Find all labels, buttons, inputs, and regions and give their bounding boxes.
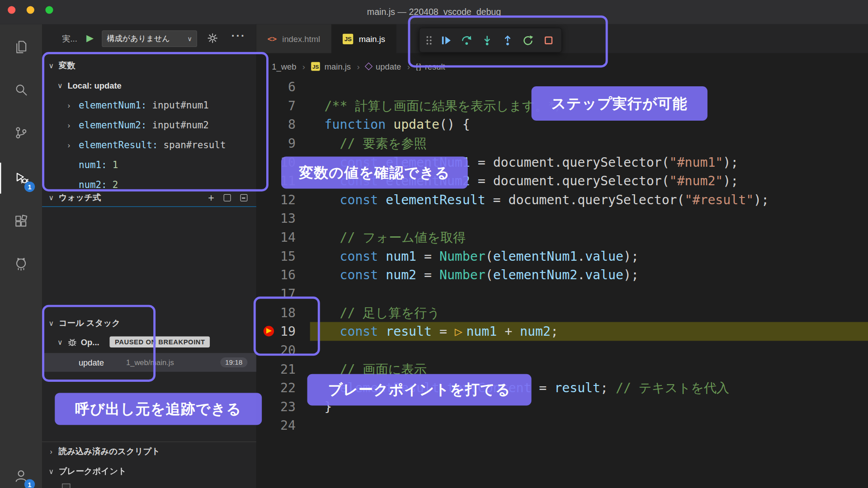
breadcrumb-item[interactable]: JSmain.js <box>311 62 351 71</box>
variable-row[interactable]: ›elementNum1:input#num1 <box>42 95 256 115</box>
code-line-content[interactable]: const num2 = Number(elementNum2.value); <box>310 266 868 285</box>
remove-all-watch-icon[interactable] <box>240 194 247 202</box>
breadcrumb-item[interactable]: update <box>366 62 401 71</box>
stack-frame-row[interactable]: update 1_web/main.js 19:18 <box>42 353 256 372</box>
line-number[interactable]: 21 <box>256 362 310 376</box>
code-line-content[interactable] <box>310 416 868 435</box>
call-stack-header[interactable]: ∨ コール スタック <box>42 314 256 332</box>
add-watch-expression-button[interactable]: + <box>208 192 214 204</box>
variable-row[interactable]: ›elementNum2:input#num2 <box>42 115 256 135</box>
breadcrumb-separator: › <box>302 62 305 71</box>
continue-button[interactable] <box>436 30 456 50</box>
step-into-button[interactable] <box>476 30 497 50</box>
code-line[interactable]: 16 const num2 = Number(elementNum2.value… <box>256 266 868 285</box>
variable-row[interactable]: ›elementResult:span#result <box>42 135 256 155</box>
line-number[interactable]: 6 <box>256 80 310 94</box>
activity-extensions-button[interactable] <box>0 206 42 237</box>
code-line-content[interactable] <box>310 284 868 303</box>
activity-source-control-button[interactable] <box>0 117 42 149</box>
code-line[interactable]: 20 <box>256 341 868 360</box>
code-line-content[interactable]: const elementResult = document.querySele… <box>310 190 868 209</box>
line-number[interactable]: 18 <box>256 305 310 320</box>
code-line-content[interactable] <box>310 341 868 360</box>
code-line-content[interactable]: // 足し算を行う <box>310 303 868 322</box>
html-file-icon: <> <box>267 34 277 43</box>
step-into-icon <box>481 35 492 46</box>
breakpoint-checkbox[interactable] <box>62 483 70 488</box>
code-line-content[interactable]: const result = ▷num1 + num2; <box>310 322 868 341</box>
breakpoints-header[interactable]: ∨ ブレークポイント <box>42 461 256 481</box>
code-line[interactable]: 13 <box>256 209 868 228</box>
code-line-content[interactable]: // 要素を参照 <box>310 134 868 153</box>
tab-main-js[interactable]: JS main.js <box>332 24 396 53</box>
line-number[interactable]: 8 <box>256 117 310 132</box>
line-number[interactable]: 15 <box>256 249 310 263</box>
breadcrumb-item[interactable]: [ ]result <box>416 62 445 71</box>
annotation-step-label: ステップ実行が可能 <box>532 86 708 121</box>
debug-session-row[interactable]: ∨ Op... PAUSED ON BREAKPOINT <box>42 333 256 351</box>
files-icon <box>14 40 28 54</box>
line-number[interactable]: 16 <box>256 268 310 282</box>
debug-config-dropdown[interactable]: 構成がありません ∨ <box>102 30 197 47</box>
line-number[interactable]: 17 <box>256 286 310 301</box>
code-line-content[interactable]: const num1 = Number(elementNum1.value); <box>310 247 868 266</box>
zoom-window-button[interactable] <box>45 6 53 14</box>
traffic-lights <box>8 6 53 14</box>
minimize-window-button[interactable] <box>27 6 34 14</box>
variable-row[interactable]: num1:1 <box>42 155 256 175</box>
collapse-all-icon[interactable] <box>224 194 231 202</box>
more-actions-button[interactable]: ··· <box>231 29 246 42</box>
close-window-button[interactable] <box>8 6 15 14</box>
start-debug-button[interactable]: ▶ <box>86 32 94 44</box>
line-number[interactable]: 12 <box>256 192 310 207</box>
scope-label: Local: update <box>67 80 121 90</box>
scope-row[interactable]: ∨ Local: update <box>42 75 256 95</box>
toolbar-drag-handle[interactable] <box>422 30 435 50</box>
code-line[interactable]: 14 // フォーム値を取得 <box>256 228 868 247</box>
extensions-icon <box>14 214 28 229</box>
variable-name: num2: <box>79 179 107 189</box>
tab-label: main.js <box>359 34 385 43</box>
line-number[interactable]: 14 <box>256 230 310 244</box>
line-number[interactable]: 7 <box>256 99 310 113</box>
code-line[interactable]: 24 <box>256 416 868 435</box>
breakpoint-paused-icon[interactable] <box>263 326 275 337</box>
restart-button[interactable] <box>518 30 538 50</box>
variables-header[interactable]: ∨ 変数 <box>42 56 256 74</box>
tab-index-html[interactable]: <> index.html <box>256 24 332 53</box>
loaded-scripts-header[interactable]: › 読み込み済みのスクリプト <box>42 441 256 461</box>
code-line[interactable]: 12 const elementResult = document.queryS… <box>256 190 868 209</box>
code-line[interactable]: 17 <box>256 284 868 303</box>
code-line[interactable]: 9 // 要素を参照 <box>256 134 868 153</box>
line-number[interactable]: 22 <box>256 380 310 395</box>
activity-run-debug-button[interactable]: 1 <box>0 163 42 194</box>
step-over-button[interactable] <box>456 30 476 50</box>
account-button[interactable]: 1 <box>0 460 42 488</box>
account-badge: 1 <box>24 479 35 488</box>
line-number[interactable]: 20 <box>256 343 310 357</box>
code-line-content[interactable]: // フォーム値を取得 <box>310 228 868 247</box>
line-number[interactable]: 13 <box>256 211 310 226</box>
code-line[interactable]: 15 const num1 = Number(elementNum1.value… <box>256 247 868 266</box>
chevron-down-icon: ∨ <box>187 35 192 42</box>
breadcrumb-item[interactable]: 1_web <box>272 62 296 71</box>
line-number[interactable]: 9 <box>256 136 310 150</box>
debug-settings-button[interactable] <box>207 33 218 46</box>
chevron-right-icon: › <box>67 121 78 130</box>
github-icon <box>14 257 28 271</box>
variable-row[interactable]: num2:2 <box>42 175 256 189</box>
variable-value: 2 <box>113 179 118 189</box>
activity-explorer-button[interactable] <box>0 32 42 63</box>
activity-github-button[interactable] <box>0 249 42 280</box>
activity-search-button[interactable] <box>0 74 42 105</box>
line-number[interactable]: 24 <box>256 418 310 433</box>
chevron-down-icon: ∨ <box>57 81 64 89</box>
stop-button[interactable] <box>538 30 558 50</box>
code-line-content[interactable] <box>310 209 868 228</box>
screenshot-stage: main.js — 220408_vscode_debug 1 1 <box>0 0 868 488</box>
code-line-current[interactable]: 19 const result = ▷num1 + num2; <box>256 322 868 341</box>
line-number[interactable]: 23 <box>256 399 310 414</box>
code-line[interactable]: 18 // 足し算を行う <box>256 303 868 322</box>
step-out-button[interactable] <box>497 30 518 50</box>
watch-header[interactable]: ∨ ウォッチ式 + <box>42 189 256 207</box>
